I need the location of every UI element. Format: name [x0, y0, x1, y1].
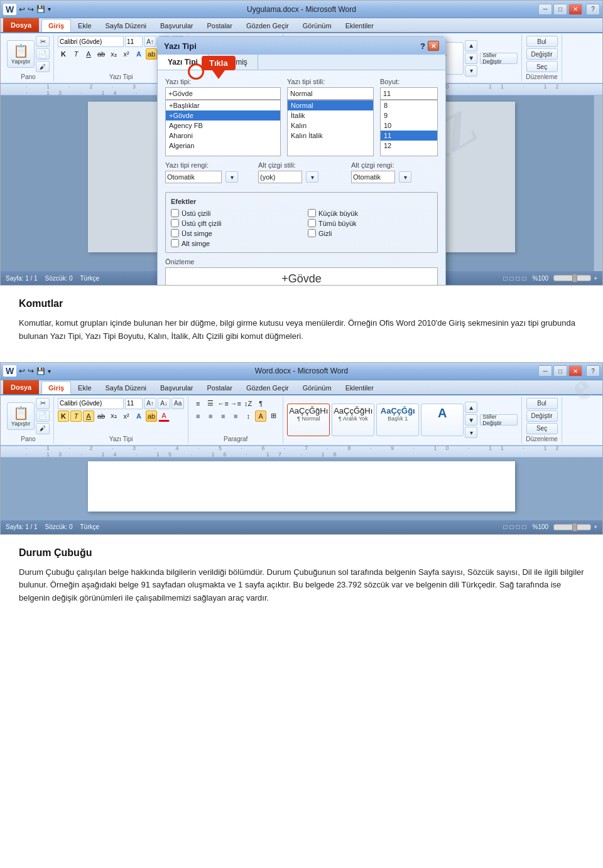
- restore-button[interactable]: □: [553, 4, 567, 15]
- font-size-field[interactable]: 11: [380, 87, 438, 100]
- font-shrink-button-2[interactable]: A↓: [158, 398, 170, 409]
- qat-undo-icon[interactable]: ↩: [19, 5, 25, 14]
- view-icon-4[interactable]: □: [523, 275, 526, 282]
- qat-dropdown-icon-2[interactable]: ▾: [48, 368, 51, 375]
- style-list-normal[interactable]: Normal: [288, 100, 373, 110]
- font-list-item-aharoni[interactable]: Aharoni: [166, 131, 280, 141]
- help-button[interactable]: ?: [586, 4, 600, 15]
- decrease-indent-button-2[interactable]: ←≡: [217, 398, 229, 409]
- shading-button-2[interactable]: A: [255, 410, 266, 422]
- font-size-input[interactable]: [125, 36, 143, 47]
- font-name-input-2[interactable]: [58, 398, 124, 409]
- zoom-slider-1[interactable]: [553, 275, 591, 281]
- stiller-degistir-btn[interactable]: Stiller Değiştir: [480, 53, 518, 64]
- size-12[interactable]: 12: [381, 141, 437, 151]
- font-color-dropdown[interactable]: ▾: [225, 171, 238, 183]
- superscript-button-2[interactable]: x²: [121, 410, 132, 422]
- tab-ekle-1[interactable]: Ekle: [71, 19, 98, 32]
- font-color-button-2[interactable]: A: [158, 410, 170, 422]
- help-button-2[interactable]: ?: [586, 365, 600, 377]
- text-highlight-button[interactable]: ab: [146, 48, 157, 60]
- restore-button-2[interactable]: □: [553, 365, 567, 377]
- bullets-button-2[interactable]: ≡: [192, 398, 204, 409]
- view-icon-3-2[interactable]: □: [516, 523, 519, 530]
- italic-button[interactable]: T: [70, 48, 82, 60]
- zoom-in-icon[interactable]: +: [594, 275, 597, 282]
- tab-postalar-2[interactable]: Postalar: [200, 381, 239, 394]
- font-list-item-govde[interactable]: +Gövde: [166, 110, 280, 121]
- align-center-button-2[interactable]: ≡: [205, 410, 216, 422]
- size-11[interactable]: 11: [381, 131, 437, 141]
- tab-gorünum-1[interactable]: Görünüm: [296, 19, 339, 32]
- qat-save-icon[interactable]: 💾: [36, 5, 45, 13]
- size-10[interactable]: 10: [381, 121, 437, 131]
- zoom-slider-2[interactable]: [553, 524, 591, 530]
- eff-gizli-cb[interactable]: [308, 229, 316, 237]
- qat-dropdown-icon[interactable]: ▾: [48, 6, 51, 13]
- underline-color-select[interactable]: Otomatik: [351, 171, 395, 183]
- qat-redo-icon[interactable]: ↪: [28, 5, 34, 14]
- text-highlight-button-2[interactable]: ab: [146, 410, 157, 422]
- styles-scroll-up-2[interactable]: ▲: [465, 402, 477, 413]
- size-9[interactable]: 9: [381, 110, 437, 121]
- align-left-button-2[interactable]: ≡: [192, 410, 204, 422]
- sort-button-2[interactable]: ↕Z: [242, 398, 254, 409]
- styles-more[interactable]: ▾: [465, 65, 477, 77]
- tab-giris-2[interactable]: Giriş: [41, 381, 71, 394]
- style-list-bold-italic[interactable]: Kalın İtalik: [288, 131, 373, 141]
- eff-tumubuyuk-cb[interactable]: [308, 219, 316, 227]
- qat-redo-icon-2[interactable]: ↪: [28, 367, 34, 375]
- yapistir-button[interactable]: 📋 Yapıştır: [7, 40, 35, 68]
- view-icon-4-2[interactable]: □: [523, 523, 526, 530]
- kes-button-2[interactable]: ✂: [36, 398, 50, 409]
- font-name-list[interactable]: +Başlıklar +Gövde Agency FB Aharoni Alge…: [165, 100, 281, 156]
- tab-sayfa-duzeni-2[interactable]: Sayfa Düzeni: [99, 381, 153, 394]
- kes-button[interactable]: ✂: [36, 36, 50, 47]
- numbering-button-2[interactable]: ☰: [205, 398, 216, 409]
- strikethrough-button[interactable]: ab: [95, 48, 107, 60]
- align-right-button-2[interactable]: ≡: [217, 410, 229, 422]
- view-icon-1[interactable]: □: [503, 275, 507, 282]
- text-effect-button[interactable]: A: [133, 48, 144, 60]
- dialog-help-icon[interactable]: ?: [420, 41, 425, 51]
- style-aralik-yok-2[interactable]: AaÇçĞğHı ¶ Aralık Yok: [332, 404, 374, 436]
- qat-save-icon-2[interactable]: 💾: [36, 367, 45, 375]
- style-baslik1-2[interactable]: AaÇçĞğı Başlık 1: [376, 404, 419, 436]
- tab-dosya-1[interactable]: Dosya: [3, 18, 39, 32]
- tab-postalar-1[interactable]: Postalar: [200, 19, 239, 32]
- kopyala-button-2[interactable]: 📄: [36, 410, 50, 422]
- eff-ustsimge-cb[interactable]: [171, 229, 179, 237]
- tab-basvurular-1[interactable]: Başvurular: [153, 19, 200, 32]
- subscript-button[interactable]: x₂: [108, 48, 119, 60]
- style-list-italic[interactable]: İtalik: [288, 110, 373, 121]
- eff-altsimge-cb[interactable]: [171, 239, 179, 247]
- view-icon-3[interactable]: □: [516, 275, 519, 282]
- tab-dosya-2[interactable]: Dosya: [3, 380, 39, 394]
- bul-button-2[interactable]: Bul: [526, 398, 558, 409]
- eff-altsimge[interactable]: Alt simge: [171, 239, 295, 247]
- bici-kopyala-button-2[interactable]: 🖌: [36, 423, 50, 434]
- style-normal-2[interactable]: AaÇçĞğHı ¶ Normal: [287, 404, 330, 436]
- degistir-button-2[interactable]: Değiştir: [526, 410, 558, 422]
- eff-tumubuyuk[interactable]: Tümü büyük: [308, 219, 432, 227]
- style-a-2[interactable]: A: [421, 404, 464, 436]
- tab-sayfa-duzeni-1[interactable]: Sayfa Düzeni: [99, 19, 153, 32]
- degistir-button[interactable]: Değiştir: [526, 48, 558, 60]
- qat-undo-icon-2[interactable]: ↩: [19, 367, 25, 375]
- zoom-handle-1[interactable]: [572, 274, 577, 282]
- view-icon-1-2[interactable]: □: [503, 523, 507, 530]
- eff-gizli[interactable]: Gizli: [308, 229, 432, 237]
- close-button-2[interactable]: ✕: [568, 365, 582, 377]
- tab-gozden-gecir-1[interactable]: Gözden Geçir: [239, 19, 296, 32]
- sec-button[interactable]: Seç: [526, 61, 558, 72]
- sec-button-2[interactable]: Seç: [526, 423, 558, 434]
- underline-color-dropdown[interactable]: ▾: [399, 171, 411, 183]
- superscript-button[interactable]: x²: [121, 48, 132, 60]
- increase-indent-button-2[interactable]: →≡: [230, 398, 241, 409]
- eff-ustucizili[interactable]: Üstü çizili: [171, 209, 295, 217]
- dialog-close-button[interactable]: ✕: [428, 41, 439, 51]
- borders-button-2[interactable]: ⊞: [268, 410, 279, 422]
- tab-eklentiler-1[interactable]: Eklentiler: [339, 19, 381, 32]
- minimize-button-2[interactable]: ─: [538, 365, 552, 377]
- styles-scroll-up[interactable]: ▲: [465, 40, 477, 51]
